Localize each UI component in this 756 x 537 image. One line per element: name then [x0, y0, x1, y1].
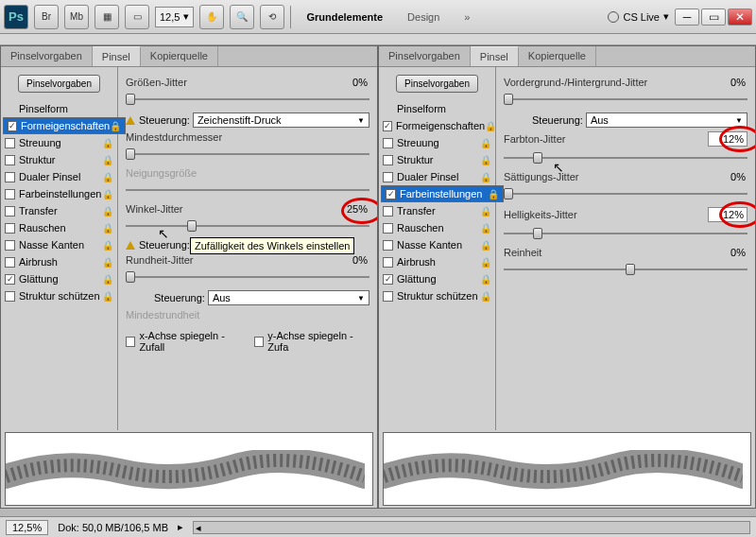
- checkbox-icon[interactable]: [5, 206, 15, 217]
- checkbox-icon[interactable]: [383, 206, 393, 217]
- checkbox-icon[interactable]: [5, 240, 15, 251]
- sidebar-glaettung[interactable]: Glättung🔒: [3, 270, 115, 287]
- lock-icon[interactable]: 🔒: [485, 121, 496, 131]
- sidebar-struktur[interactable]: Struktur🔒: [3, 151, 115, 168]
- minimize-button[interactable]: ─: [675, 9, 699, 26]
- zoom-level-select[interactable]: 12,5▾: [155, 7, 194, 27]
- checkbox-icon[interactable]: [5, 223, 15, 234]
- lock-icon[interactable]: 🔒: [102, 291, 113, 302]
- reinheit-value[interactable]: 0%: [710, 247, 747, 258]
- checkbox-icon[interactable]: [5, 138, 15, 148]
- sidebar-airbrush[interactable]: Airbrush🔒: [381, 253, 493, 270]
- winkel-jitter-value[interactable]: 25%: [332, 203, 369, 215]
- checkbox-icon[interactable]: [5, 291, 15, 302]
- sidebar-airbrush[interactable]: Airbrush🔒: [3, 253, 115, 270]
- sidebar-transfer[interactable]: Transfer🔒: [381, 202, 493, 219]
- checkbox-icon[interactable]: [5, 155, 15, 165]
- checkbox-icon[interactable]: [383, 240, 393, 251]
- lock-icon[interactable]: 🔒: [480, 206, 491, 217]
- sidebar-formeigenschaften[interactable]: Formeigenschaften🔒: [3, 117, 126, 134]
- saettigung-slider[interactable]: [504, 186, 747, 201]
- rundheit-jitter-value[interactable]: 0%: [332, 254, 369, 266]
- lock-icon[interactable]: 🔒: [102, 206, 113, 217]
- sidebar-dualer-pinsel[interactable]: Dualer Pinsel🔒: [381, 168, 493, 185]
- sidebar-streuung[interactable]: Streuung🔒: [3, 134, 115, 151]
- saettigung-jitter-value[interactable]: 0%: [710, 171, 747, 182]
- workspace-design[interactable]: Design: [398, 8, 449, 26]
- mindest-slider[interactable]: [126, 147, 369, 162]
- checkbox-icon[interactable]: [383, 172, 393, 182]
- lock-icon[interactable]: 🔒: [480, 274, 491, 285]
- checkbox-icon[interactable]: [383, 121, 392, 131]
- lock-icon[interactable]: 🔒: [480, 291, 491, 302]
- sidebar-farbeinstellungen[interactable]: Farbeinstellungen🔒: [381, 185, 504, 202]
- maximize-button[interactable]: ▭: [701, 9, 726, 26]
- lock-icon[interactable]: 🔒: [480, 240, 491, 251]
- bridge-button[interactable]: Br: [34, 5, 59, 29]
- sidebar-streuung[interactable]: Streuung🔒: [381, 134, 493, 151]
- ps-logo-icon[interactable]: Ps: [4, 5, 28, 29]
- tab-pinsel[interactable]: Pinsel: [471, 46, 519, 66]
- pinselvorgaben-button[interactable]: Pinselvorgaben: [396, 75, 478, 93]
- checkbox-icon[interactable]: [386, 189, 396, 199]
- checkbox-icon[interactable]: [383, 223, 393, 234]
- checkbox-icon[interactable]: [383, 274, 393, 285]
- chevron-right-icon[interactable]: ▸: [178, 521, 183, 533]
- checkbox-icon[interactable]: [383, 155, 393, 165]
- arrange-icon[interactable]: ▭: [125, 5, 149, 29]
- sidebar-struktur-schuetzen[interactable]: Struktur schützen🔒: [3, 287, 115, 304]
- checkbox-icon[interactable]: [254, 337, 264, 347]
- sidebar-pinselform[interactable]: Pinselform: [3, 100, 115, 117]
- lock-icon[interactable]: 🔒: [102, 172, 113, 182]
- checkbox-icon[interactable]: [5, 257, 15, 268]
- lock-icon[interactable]: 🔒: [102, 240, 113, 251]
- lock-icon[interactable]: 🔒: [102, 223, 113, 234]
- tab-pinselvorgaben[interactable]: Pinselvorgaben: [379, 46, 471, 66]
- lock-icon[interactable]: 🔒: [102, 257, 113, 268]
- view-icon[interactable]: ▦: [94, 5, 119, 29]
- groessen-slider[interactable]: [126, 92, 369, 107]
- farbton-slider[interactable]: [504, 150, 747, 165]
- groessen-jitter-value[interactable]: 0%: [332, 77, 369, 88]
- steuerung-select2[interactable]: Aus▼: [208, 290, 369, 305]
- sidebar-rauschen[interactable]: Rauschen🔒: [3, 219, 115, 236]
- reinheit-slider[interactable]: [504, 262, 747, 277]
- workspace-essentials[interactable]: Grundelemente: [297, 8, 392, 26]
- sidebar-pinselform[interactable]: Pinselform: [381, 100, 493, 117]
- steuerung-select[interactable]: Zeichenstift-Druck▼: [193, 113, 369, 128]
- checkbox-icon[interactable]: [383, 138, 393, 148]
- vordergrund-slider[interactable]: [504, 92, 747, 107]
- sidebar-formeigenschaften[interactable]: Formeigenschaften🔒: [381, 117, 493, 134]
- sidebar-nasse-kanten[interactable]: Nasse Kanten🔒: [381, 236, 493, 253]
- sidebar-struktur-schuetzen[interactable]: Struktur schützen🔒: [381, 287, 493, 304]
- mini-bridge-button[interactable]: Mb: [64, 5, 89, 29]
- checkbox-icon[interactable]: [5, 189, 15, 199]
- pinselvorgaben-button[interactable]: Pinselvorgaben: [18, 75, 100, 93]
- tab-kopierquelle[interactable]: Kopierquelle: [519, 46, 596, 66]
- lock-icon[interactable]: 🔒: [102, 155, 113, 165]
- status-zoom[interactable]: 12,5%: [6, 520, 48, 535]
- checkbox-icon[interactable]: [383, 257, 393, 268]
- lock-icon[interactable]: 🔒: [480, 223, 491, 234]
- cs-live-button[interactable]: CS Live▾: [608, 10, 669, 23]
- sidebar-glaettung[interactable]: Glättung🔒: [381, 270, 493, 287]
- sidebar-rauschen[interactable]: Rauschen🔒: [381, 219, 493, 236]
- checkbox-icon[interactable]: [126, 337, 135, 347]
- checkbox-icon[interactable]: [8, 121, 17, 131]
- farbton-jitter-value[interactable]: 12%: [708, 131, 747, 147]
- steuerung-select[interactable]: Aus▼: [586, 113, 747, 128]
- vordergrund-jitter-value[interactable]: 0%: [710, 77, 747, 88]
- zoom-tool-icon[interactable]: 🔍: [230, 5, 254, 29]
- sidebar-struktur[interactable]: Struktur🔒: [381, 151, 493, 168]
- rundheit-slider[interactable]: [126, 269, 369, 285]
- hand-tool-icon[interactable]: ✋: [199, 5, 224, 29]
- lock-icon[interactable]: 🔒: [102, 274, 113, 285]
- lock-icon[interactable]: 🔒: [102, 138, 113, 148]
- lock-icon[interactable]: 🔒: [480, 172, 491, 182]
- sidebar-farbeinstellungen[interactable]: Farbeinstellungen🔒: [3, 185, 115, 202]
- checkbox-icon[interactable]: [5, 274, 15, 285]
- helligkeit-jitter-value[interactable]: 12%: [708, 207, 747, 222]
- checkbox-icon[interactable]: [383, 291, 393, 302]
- lock-icon[interactable]: 🔒: [480, 155, 491, 165]
- lock-icon[interactable]: 🔒: [102, 189, 113, 199]
